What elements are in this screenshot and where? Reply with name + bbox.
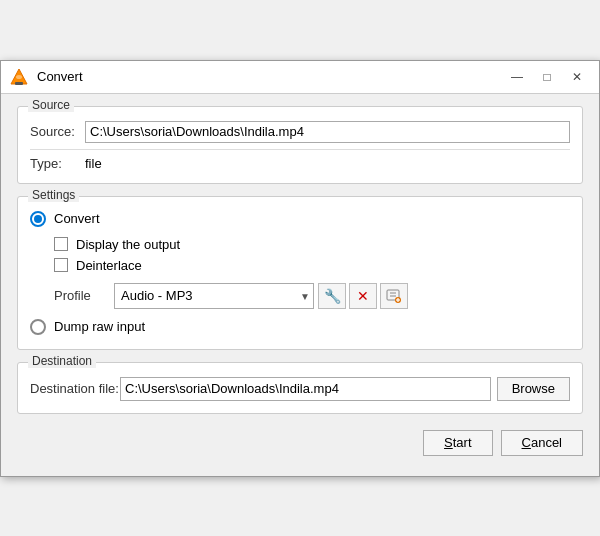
deinterlace-label: Deinterlace <box>76 258 142 273</box>
display-output-row[interactable]: Display the output <box>54 237 570 252</box>
browse-button[interactable]: Browse <box>497 377 570 401</box>
destination-row: Destination file: Browse <box>30 377 570 401</box>
source-row: Source: <box>30 121 570 143</box>
type-label: Type: <box>30 156 85 171</box>
source-group-label: Source <box>28 98 74 112</box>
start-underline-s: S <box>444 435 453 450</box>
convert-radio-row[interactable]: Convert <box>30 211 570 227</box>
svg-point-2 <box>16 75 22 79</box>
profile-settings-button[interactable]: 🔧 <box>318 283 346 309</box>
profile-select[interactable]: Audio - MP3 Video - H.264 + MP3 (MP4) Vi… <box>114 283 314 309</box>
source-input[interactable] <box>85 121 570 143</box>
title-bar: Convert — □ ✕ <box>1 61 599 94</box>
window-controls: — □ ✕ <box>503 67 591 87</box>
profile-delete-button[interactable]: ✕ <box>349 283 377 309</box>
bottom-bar: Start Cancel <box>17 426 583 460</box>
close-button[interactable]: ✕ <box>563 67 591 87</box>
start-label-rest: tart <box>453 435 472 450</box>
source-label: Source: <box>30 124 85 139</box>
profile-buttons: 🔧 ✕ <box>318 283 408 309</box>
convert-window: Convert — □ ✕ Source Source: Type: file … <box>0 60 600 477</box>
start-button[interactable]: Start <box>423 430 492 456</box>
source-divider <box>30 149 570 150</box>
main-content: Source Source: Type: file Settings Conve… <box>1 94 599 476</box>
source-group: Source Source: Type: file <box>17 106 583 184</box>
destination-file-label: Destination file: <box>30 381 120 396</box>
profile-select-wrapper: Audio - MP3 Video - H.264 + MP3 (MP4) Vi… <box>114 283 314 309</box>
destination-group-label: Destination <box>28 354 96 368</box>
deinterlace-row[interactable]: Deinterlace <box>54 258 570 273</box>
svg-rect-1 <box>15 82 23 85</box>
deinterlace-checkbox[interactable] <box>54 258 68 272</box>
cancel-underline-c: C <box>522 435 531 450</box>
destination-group: Destination Destination file: Browse <box>17 362 583 414</box>
type-row: Type: file <box>30 156 570 171</box>
convert-radio[interactable] <box>30 211 46 227</box>
convert-radio-label: Convert <box>54 211 100 226</box>
window-title: Convert <box>37 69 503 84</box>
type-value: file <box>85 156 570 171</box>
minimize-button[interactable]: — <box>503 67 531 87</box>
cancel-label-rest: ancel <box>531 435 562 450</box>
maximize-button[interactable]: □ <box>533 67 561 87</box>
display-output-label: Display the output <box>76 237 180 252</box>
profile-row: Profile Audio - MP3 Video - H.264 + MP3 … <box>54 283 570 309</box>
destination-input[interactable] <box>120 377 491 401</box>
settings-group-label: Settings <box>28 188 79 202</box>
dump-radio[interactable] <box>30 319 46 335</box>
settings-group: Settings Convert Display the output Dein… <box>17 196 583 350</box>
dump-radio-row[interactable]: Dump raw input <box>30 319 570 335</box>
display-output-checkbox[interactable] <box>54 237 68 251</box>
profile-new-button[interactable] <box>380 283 408 309</box>
app-icon <box>9 67 29 87</box>
cancel-button[interactable]: Cancel <box>501 430 583 456</box>
dump-label: Dump raw input <box>54 319 145 334</box>
profile-label: Profile <box>54 288 114 303</box>
